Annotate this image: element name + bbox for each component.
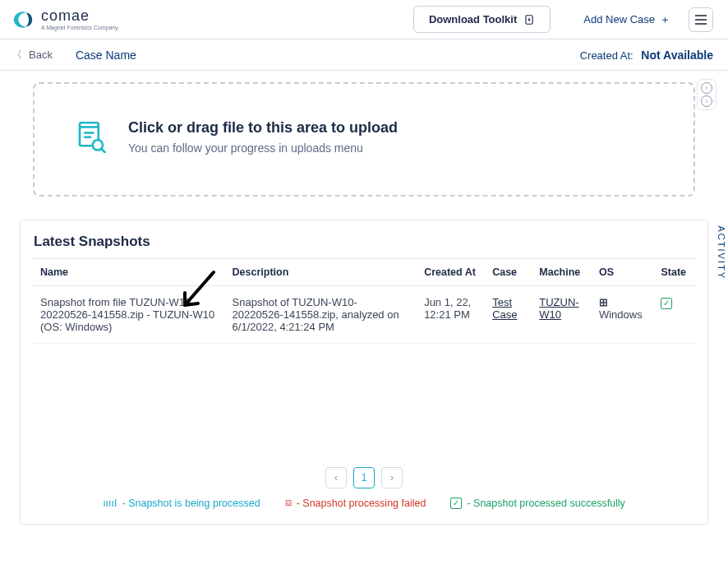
state-ok-icon: ✓: [661, 298, 672, 309]
case-name-label: Case Name: [76, 49, 136, 62]
menu-button[interactable]: [689, 7, 713, 32]
brand-name: comae: [41, 8, 118, 23]
col-machine[interactable]: Machine: [531, 259, 591, 286]
snapshots-title: Latest Snapshots: [34, 234, 696, 250]
download-toolkit-button[interactable]: Download Toolkit: [413, 6, 551, 33]
svg-point-4: [93, 140, 103, 150]
add-new-case-label: Add New Case: [583, 13, 655, 25]
legend-failed: ⧇ - Snapshot processing failed: [285, 497, 426, 509]
page-current[interactable]: 1: [353, 467, 375, 488]
snapshots-table: Name Description Created At Case Machine…: [32, 258, 696, 344]
logo[interactable]: comae A Magnet Forensics Company: [12, 8, 118, 31]
main-content: Click or drag file to this area to uploa…: [0, 71, 728, 525]
failed-icon: ⧇: [285, 497, 292, 509]
cell-case: Test Case: [484, 286, 531, 344]
cell-state: ✓: [652, 286, 696, 344]
cell-os: ⊞ Windows: [591, 286, 653, 344]
cell-machine: TUZUN-W10: [531, 286, 591, 344]
case-link[interactable]: Test Case: [492, 296, 517, 321]
upload-subtitle: You can follow your progress in uploads …: [128, 141, 398, 155]
legend-ok: ✓ - Snapshot processed successfully: [450, 497, 624, 509]
machine-link[interactable]: TUZUN-W10: [539, 296, 578, 321]
cell-description: Snapshot of TUZUN-W10-20220526-141558.zi…: [224, 286, 417, 344]
back-button[interactable]: 〈 Back: [12, 48, 53, 62]
legend-ok-label: - Snapshot processed successfully: [467, 498, 624, 509]
sub-header: 〈 Back Case Name Created At: Not Availab…: [0, 39, 728, 71]
windows-icon: ⊞: [599, 296, 608, 308]
col-name[interactable]: Name: [32, 259, 224, 286]
created-at: Created At: Not Available: [580, 49, 713, 62]
download-toolkit-label: Download Toolkit: [429, 13, 517, 25]
cell-name: Snapshot from file TUZUN-W10-20220526-14…: [32, 286, 224, 344]
page-next-button[interactable]: ›: [381, 467, 403, 488]
legend-failed-label: - Snapshot processing failed: [297, 498, 426, 509]
col-created-at[interactable]: Created At: [416, 259, 484, 286]
cell-created-at: Jun 1, 22, 12:21 PM: [416, 286, 484, 344]
col-os[interactable]: OS: [591, 259, 653, 286]
page-prev-button[interactable]: ‹: [325, 467, 347, 488]
brand-subtitle: A Magnet Forensics Company: [41, 25, 118, 30]
comae-logo-icon: [12, 8, 35, 31]
top-header: comae A Magnet Forensics Company Downloa…: [0, 0, 728, 39]
back-label: Back: [29, 49, 53, 61]
chevron-left-icon: 〈: [12, 48, 22, 62]
svg-line-5: [101, 149, 105, 153]
legend-processing-label: - Snapshot is being processed: [122, 498, 260, 509]
pagination: ‹ 1 ›: [32, 467, 696, 488]
upload-icon: [74, 118, 108, 155]
snapshots-panel: Latest Snapshots Name Description Create…: [20, 220, 708, 525]
created-at-label: Created At:: [580, 49, 634, 62]
created-at-value: Not Available: [641, 49, 713, 62]
col-state[interactable]: State: [652, 259, 696, 286]
os-label: Windows: [599, 308, 643, 321]
table-row[interactable]: Snapshot from file TUZUN-W10-20220526-14…: [32, 286, 696, 344]
plus-icon: ＋: [660, 12, 670, 27]
add-new-case-button[interactable]: Add New Case ＋: [583, 12, 670, 27]
col-case[interactable]: Case: [484, 259, 531, 286]
col-description[interactable]: Description: [224, 259, 417, 286]
upload-title: Click or drag file to this area to uploa…: [128, 119, 398, 137]
processing-icon: ııııI: [103, 498, 117, 509]
ok-icon: ✓: [450, 498, 462, 509]
legend: ııııI - Snapshot is being processed ⧇ - …: [32, 497, 696, 509]
download-icon: [523, 14, 535, 25]
hamburger-icon: [695, 19, 707, 21]
upload-dropzone[interactable]: Click or drag file to this area to uploa…: [33, 82, 695, 197]
legend-processing: ııııI - Snapshot is being processed: [103, 497, 260, 509]
